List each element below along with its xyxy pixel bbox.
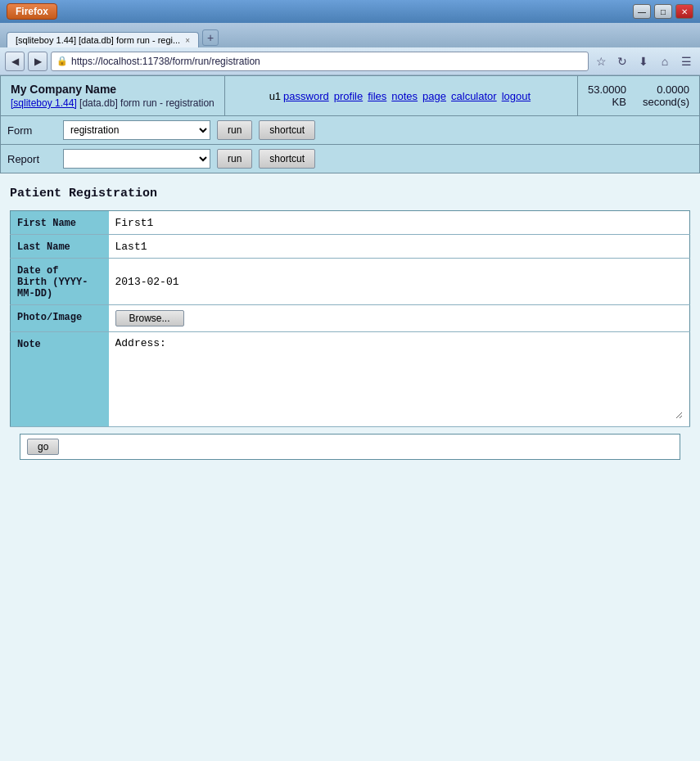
stat-kb: 53.0000 KB <box>588 83 626 108</box>
form-row-label: Form <box>7 124 56 137</box>
report-row: Report run shortcut <box>1 145 699 173</box>
window-controls: — □ ✕ <box>633 4 693 19</box>
form-run-button[interactable]: run <box>217 120 252 140</box>
registration-table: First Name Last Name Date ofBirth (YYYY-… <box>10 210 690 427</box>
report-row-label: Report <box>7 153 56 165</box>
header-nav: u1 password profile files notes page cal… <box>224 76 578 115</box>
nav-profile-link[interactable]: profile <box>334 90 363 102</box>
note-textarea[interactable]: Address: <box>115 337 684 419</box>
app-header: My Company Name [sqliteboy 1.44] [data.d… <box>0 75 700 116</box>
app-link[interactable]: [sqliteboy 1.44] <box>11 97 77 109</box>
new-tab-button[interactable]: + <box>202 29 219 46</box>
form-select[interactable]: registration <box>63 120 210 140</box>
note-cell: Address: <box>109 332 690 427</box>
lock-icon: 🔒 <box>56 56 68 66</box>
maximize-button[interactable]: □ <box>654 4 672 19</box>
header-brand: My Company Name [sqliteboy 1.44] [data.d… <box>1 76 224 115</box>
company-name: My Company Name <box>11 83 215 96</box>
header-stats: 53.0000 KB 0.0000 second(s) <box>578 76 699 115</box>
home-icon[interactable]: ⌂ <box>656 52 674 70</box>
back-button[interactable]: ◀ <box>5 52 25 71</box>
page-content: My Company Name [sqliteboy 1.44] [data.d… <box>0 75 700 761</box>
photo-label: Photo/Image <box>11 305 109 332</box>
tab-bar: [sqliteboy 1.44] [data.db] form run - re… <box>0 23 700 47</box>
nav-page-link[interactable]: page <box>422 90 446 102</box>
stat-sec-value: 0.0000 <box>657 83 689 96</box>
tab-close-icon[interactable]: × <box>185 36 190 45</box>
dob-input[interactable] <box>115 276 684 288</box>
address-bar: 🔒 <box>51 52 589 71</box>
active-tab[interactable]: [sqliteboy 1.44] [data.db] form run - re… <box>7 32 199 47</box>
report-run-button[interactable]: run <box>217 149 252 169</box>
table-row: Note Address: <box>11 332 690 427</box>
bookmark-icon[interactable]: ☆ <box>592 52 610 70</box>
go-container: go <box>20 434 680 460</box>
url-input[interactable] <box>71 56 583 67</box>
forward-button[interactable]: ▶ <box>28 52 47 71</box>
stat-kb-unit: KB <box>612 96 626 108</box>
last-name-label: Last Name <box>11 235 109 259</box>
reload-icon[interactable]: ↻ <box>613 52 631 70</box>
last-name-cell <box>109 235 690 259</box>
download-icon[interactable]: ⬇ <box>635 52 653 70</box>
last-name-input[interactable] <box>115 241 684 253</box>
first-name-input[interactable] <box>115 217 684 229</box>
dob-cell <box>109 259 690 305</box>
stat-sec-unit: second(s) <box>643 96 689 108</box>
table-row: Photo/Image Browse... <box>11 305 690 332</box>
report-shortcut-button[interactable]: shortcut <box>259 149 315 169</box>
report-select[interactable] <box>63 149 210 169</box>
dob-label: Date ofBirth (YYYY-MM-DD) <box>11 259 109 305</box>
table-row: First Name <box>11 211 690 235</box>
first-name-cell <box>109 211 690 235</box>
nav-password-link[interactable]: password <box>283 90 329 102</box>
nav-calculator-link[interactable]: calculator <box>451 90 497 102</box>
stat-kb-value: 53.0000 <box>588 83 626 96</box>
note-label: Note <box>11 332 109 427</box>
nav-u1-label: u1 <box>269 90 281 102</box>
table-row: Date ofBirth (YYYY-MM-DD) <box>11 259 690 305</box>
navigation-bar: ◀ ▶ 🔒 ☆ ↻ ⬇ ⌂ ☰ <box>0 47 700 75</box>
stat-seconds: 0.0000 second(s) <box>643 83 689 108</box>
menu-icon[interactable]: ☰ <box>677 52 695 70</box>
registration-section: Patient Registration First Name Last Nam… <box>0 173 700 473</box>
nav-notes-link[interactable]: notes <box>391 90 418 102</box>
nav-files-link[interactable]: files <box>368 90 386 102</box>
app-info-text: [data.db] form run - registration <box>77 97 215 109</box>
go-row: go <box>10 427 690 466</box>
go-button[interactable]: go <box>27 439 59 455</box>
first-name-label: First Name <box>11 211 109 235</box>
form-shortcut-button[interactable]: shortcut <box>259 120 315 140</box>
close-button[interactable]: ✕ <box>675 4 693 19</box>
minimize-button[interactable]: — <box>633 4 651 19</box>
form-row: Form registration run shortcut <box>1 116 699 145</box>
table-row: Last Name <box>11 235 690 259</box>
browser-titlebar: Firefox — □ ✕ <box>0 0 700 23</box>
tab-title: [sqliteboy 1.44] [data.db] form run - re… <box>16 35 180 45</box>
registration-title: Patient Registration <box>10 187 690 200</box>
firefox-menu-button[interactable]: Firefox <box>7 3 57 20</box>
browse-button[interactable]: Browse... <box>115 310 184 326</box>
form-report-section: Form registration run shortcut Report ru… <box>0 116 700 173</box>
nav-logout-link[interactable]: logout <box>502 90 531 102</box>
photo-cell: Browse... <box>109 305 690 332</box>
app-info: [sqliteboy 1.44] [data.db] form run - re… <box>11 97 215 109</box>
